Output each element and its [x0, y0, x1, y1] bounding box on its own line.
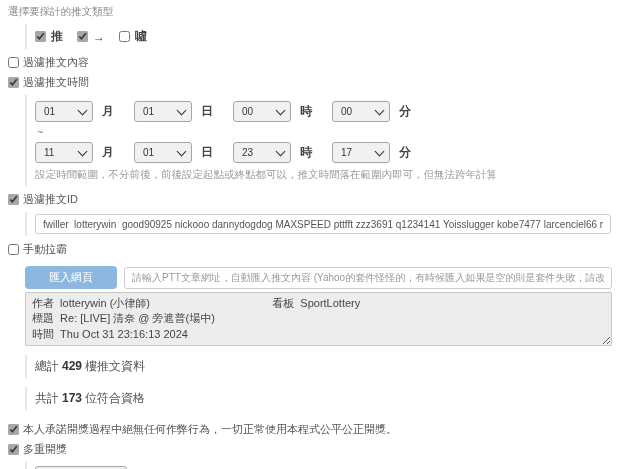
push-type-group: 推 → 噓 — [25, 24, 640, 49]
from-month-select-wrap: 01 — [35, 101, 93, 122]
filter-id-row: 過濾推文ID — [8, 192, 640, 207]
multi-draw-checkbox[interactable] — [8, 444, 19, 455]
from-minute-select[interactable]: 00 — [332, 101, 390, 122]
stat-value: 173 — [62, 391, 82, 405]
hour-unit-label: 時 — [300, 144, 312, 161]
time-from-row: 01 月 01 日 00 時 00 分 — [35, 101, 640, 122]
import-row: 匯入網頁 — [25, 266, 612, 289]
filter-time-checkbox[interactable] — [8, 77, 19, 88]
time-filter-group: 01 月 01 日 00 時 00 分 ~ 11 — [25, 95, 640, 186]
boo-checkbox[interactable] — [119, 31, 130, 42]
push-option-arrow[interactable]: → — [77, 30, 105, 44]
pledge-row: 本人承諾開獎過程中絕無任何作弊行為，一切正常使用本程式公平公正開獎。 — [8, 422, 640, 437]
from-month-select[interactable]: 01 — [35, 101, 93, 122]
day-unit-label: 日 — [201, 144, 213, 161]
filter-content-checkbox[interactable] — [8, 57, 19, 68]
to-month-select-wrap: 11 — [35, 142, 93, 163]
multi-draw-row: 多重開獎 — [8, 442, 640, 457]
stat-prefix: 共計 — [35, 391, 59, 405]
time-range-separator: ~ — [37, 126, 640, 138]
stat-suffix: 位符合資格 — [85, 391, 145, 405]
boo-label: 噓 — [135, 28, 147, 45]
from-day-select[interactable]: 01 — [134, 101, 192, 122]
push-option-tui[interactable]: 推 — [35, 28, 63, 45]
to-day-select-wrap: 01 — [134, 142, 192, 163]
import-webpage-button[interactable]: 匯入網頁 — [25, 266, 117, 289]
time-filter-note: 設定時間範圍，不分前後，前後設定起點或終點都可以，推文時間落在範圍內即可，但無法… — [35, 168, 640, 182]
total-pushes-stat: 總計429樓推文資料 — [25, 355, 640, 378]
push-label: 推 — [51, 28, 63, 45]
pledge-checkbox[interactable] — [8, 424, 19, 435]
hour-unit-label: 時 — [300, 103, 312, 120]
manual-slot-label: 手動拉霸 — [23, 242, 67, 257]
id-filter-group — [25, 212, 640, 236]
month-unit-label: 月 — [102, 103, 114, 120]
from-hour-select-wrap: 00 — [233, 101, 291, 122]
pledge-label: 本人承諾開獎過程中絕無任何作弊行為，一切正常使用本程式公平公正開獎。 — [23, 422, 397, 437]
filter-content-label: 過濾推文內容 — [23, 55, 89, 70]
from-hour-select[interactable]: 00 — [233, 101, 291, 122]
filter-id-label: 過濾推文ID — [23, 192, 78, 207]
multi-draw-group: 02 個獎項 此選項可一次開出多位得獎者 — [25, 462, 640, 469]
to-hour-select[interactable]: 23 — [233, 142, 291, 163]
month-unit-label: 月 — [102, 144, 114, 161]
stat-prefix: 總計 — [35, 359, 59, 373]
minute-unit-label: 分 — [399, 144, 411, 161]
stat-value: 429 — [62, 359, 82, 373]
qualified-count-stat: 共計173位符合資格 — [25, 387, 640, 410]
id-filter-input[interactable] — [35, 214, 611, 234]
multi-draw-label: 多重開獎 — [23, 442, 67, 457]
filter-time-label: 過濾推文時間 — [23, 75, 89, 90]
arrow-label: → — [93, 30, 105, 44]
to-month-select[interactable]: 11 — [35, 142, 93, 163]
push-option-boo[interactable]: 噓 — [119, 28, 147, 45]
push-checkbox[interactable] — [35, 31, 46, 42]
to-minute-select[interactable]: 17 — [332, 142, 390, 163]
to-minute-select-wrap: 17 — [332, 142, 390, 163]
time-to-row: 11 月 01 日 23 時 17 分 — [35, 142, 640, 163]
from-minute-select-wrap: 00 — [332, 101, 390, 122]
filter-content-row: 過濾推文內容 — [8, 55, 640, 70]
minute-unit-label: 分 — [399, 103, 411, 120]
to-hour-select-wrap: 23 — [233, 142, 291, 163]
filter-time-row: 過濾推文時間 — [8, 75, 640, 90]
manual-slot-row: 手動拉霸 — [8, 242, 640, 257]
manual-slot-checkbox[interactable] — [8, 244, 19, 255]
arrow-checkbox[interactable] — [77, 31, 88, 42]
article-content-textarea[interactable]: 作者 lotterywin (小律師) 看板 SportLottery 標題 R… — [25, 292, 612, 346]
to-day-select[interactable]: 01 — [134, 142, 192, 163]
from-day-select-wrap: 01 — [134, 101, 192, 122]
day-unit-label: 日 — [201, 103, 213, 120]
push-type-title: 選擇要採計的推文類型 — [8, 5, 640, 19]
stat-suffix: 樓推文資料 — [85, 359, 145, 373]
article-url-input[interactable] — [124, 267, 612, 289]
filter-id-checkbox[interactable] — [8, 194, 19, 205]
